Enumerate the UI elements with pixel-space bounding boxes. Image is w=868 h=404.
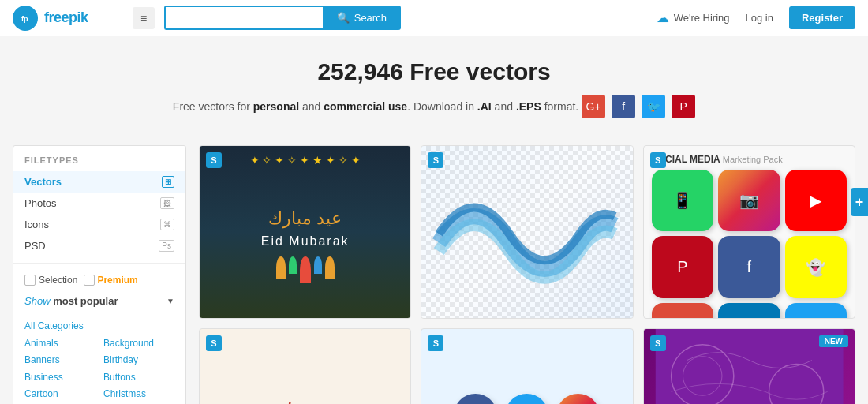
filetype-photos[interactable]: Photos 🖼 bbox=[13, 193, 185, 214]
premium-checkbox-label[interactable]: Premium bbox=[84, 275, 137, 286]
grid-item-social[interactable]: S SOCIAL MEDIA Marketing Pack 📱 📷 ▶ P f … bbox=[643, 145, 855, 319]
expand-sidebar-button[interactable]: + bbox=[851, 188, 868, 216]
hiring-link[interactable]: ☁ We're Hiring bbox=[657, 10, 730, 25]
most-popular-label: most popular bbox=[53, 295, 118, 307]
linkedin-app-icon: in bbox=[718, 303, 780, 319]
mosque-row bbox=[276, 256, 335, 283]
mosque-2 bbox=[289, 256, 297, 274]
selection-checkbox-label[interactable]: Selection bbox=[24, 275, 77, 286]
cat-banners[interactable]: Banners bbox=[24, 352, 95, 369]
grid-item-wave[interactable]: S bbox=[421, 145, 633, 319]
categories-left-col: Animals Banners Business Cartoon Design … bbox=[24, 335, 95, 404]
social-apps-grid: 📱 📷 ▶ P f 👻 G+ in 🐦 bbox=[652, 170, 847, 319]
hero-social-icons: G+ f 🐦 P bbox=[582, 95, 695, 118]
social-card-inner: SOCIAL MEDIA Marketing Pack 📱 📷 ▶ P f 👻 … bbox=[644, 146, 855, 318]
mosque-3 bbox=[300, 256, 311, 283]
filetype-vectors[interactable]: Vectors ⊞ bbox=[13, 171, 185, 193]
icons-icon: ⌘ bbox=[160, 219, 174, 230]
vectors-label: Vectors bbox=[24, 176, 62, 188]
grid-item-fbsocial[interactable]: S f 🐦 📷 bbox=[421, 328, 633, 404]
eid-content: عيد مبارك Eid Mubarak bbox=[261, 205, 350, 249]
snapchat-app-icon: 👻 bbox=[785, 236, 847, 297]
categories-right-col: Background Birthday Buttons Christmas Ea… bbox=[103, 335, 174, 404]
mosque-1 bbox=[276, 256, 286, 279]
search-button-label: Search bbox=[354, 12, 387, 24]
new-badge: NEW bbox=[819, 335, 848, 347]
login-button[interactable]: Log in bbox=[739, 9, 780, 27]
premium-label: Premium bbox=[97, 275, 137, 286]
search-icon: 🔍 bbox=[337, 12, 350, 24]
search-input[interactable] bbox=[164, 6, 323, 30]
categories-grid: Animals Banners Business Cartoon Design … bbox=[24, 335, 174, 404]
hero-eps: .EPS bbox=[516, 100, 541, 113]
search-bar: 🔍 Search bbox=[164, 6, 401, 30]
s-badge-eid: S bbox=[206, 152, 222, 168]
category-all[interactable]: All Categories bbox=[24, 318, 174, 335]
selection-checkbox[interactable] bbox=[24, 275, 36, 286]
instagram-big-icon: 📷 bbox=[556, 394, 600, 405]
cat-animals[interactable]: Animals bbox=[24, 335, 95, 353]
photos-label: Photos bbox=[24, 197, 56, 209]
grid-item-eid[interactable]: S ✦ ✧ ✦ ✧ ✦ ★ ✦ ✧ ✦ عيد مبارك Eid Mubara… bbox=[199, 145, 411, 319]
cat-business[interactable]: Business bbox=[24, 369, 95, 387]
cat-christmas[interactable]: Christmas bbox=[103, 386, 174, 403]
eid-arabic-text: عيد مبارك bbox=[261, 205, 350, 231]
love-text-area: Love Married bbox=[285, 397, 325, 404]
categories-section: All Categories Animals Banners Business … bbox=[13, 312, 185, 404]
hero-section: 252,946 Free vectors Free vectors for pe… bbox=[0, 36, 868, 145]
hero-personal: personal bbox=[253, 100, 299, 113]
facebook-big-icon: f bbox=[454, 394, 497, 405]
google-plus-icon[interactable]: G+ bbox=[582, 95, 605, 118]
premium-checkbox[interactable] bbox=[84, 275, 95, 286]
filetype-psd[interactable]: PSD Ps bbox=[13, 235, 185, 256]
search-button[interactable]: 🔍 Search bbox=[323, 6, 401, 30]
s-badge-love: S bbox=[206, 335, 222, 351]
facebook-icon[interactable]: f bbox=[612, 95, 635, 118]
logo-icon: fp bbox=[13, 6, 38, 31]
s-badge-fbsocial: S bbox=[428, 335, 443, 351]
gplus-app-icon: G+ bbox=[652, 303, 713, 319]
cat-cartoon[interactable]: Cartoon bbox=[24, 386, 95, 403]
selection-label: Selection bbox=[39, 275, 77, 286]
pinterest-app-icon: P bbox=[652, 236, 713, 297]
s-badge-purple: S bbox=[650, 335, 666, 351]
show-label: Show bbox=[24, 295, 51, 307]
hiring-label: We're Hiring bbox=[674, 12, 730, 24]
mosque-5 bbox=[325, 256, 335, 279]
cat-birthday[interactable]: Birthday bbox=[103, 352, 174, 369]
menu-button[interactable]: ≡ bbox=[133, 7, 155, 29]
sidebar-divider bbox=[13, 263, 185, 264]
cat-background[interactable]: Background bbox=[103, 335, 174, 353]
love-text: Love bbox=[285, 397, 325, 404]
show-popular-dropdown[interactable]: Show most popular ▼ bbox=[13, 290, 185, 312]
twitter-icon[interactable]: 🐦 bbox=[642, 95, 665, 118]
grid-item-purple[interactable]: S NEW bbox=[643, 328, 855, 404]
psd-label: PSD bbox=[24, 240, 46, 252]
register-button[interactable]: Register bbox=[789, 6, 855, 29]
youtube-app-icon: ▶ bbox=[785, 170, 847, 231]
content-grid: S ✦ ✧ ✦ ✧ ✦ ★ ✦ ✧ ✦ عيد مبارك Eid Mubara… bbox=[199, 145, 855, 404]
grid-item-love[interactable]: S Love Married 🌸 bbox=[199, 328, 411, 404]
whatsapp-app-icon: 📱 bbox=[652, 170, 713, 231]
cloud-icon: ☁ bbox=[657, 10, 669, 25]
eid-stars: ✦ ✧ ✦ ✧ ✦ ★ ✦ ✧ ✦ bbox=[200, 154, 410, 166]
hero-ai: .AI bbox=[477, 100, 492, 113]
show-popular-text: Show most popular bbox=[24, 295, 118, 307]
cat-buttons[interactable]: Buttons bbox=[103, 369, 174, 387]
facebook-app-icon: f bbox=[718, 236, 780, 297]
logo-area: fp freepik bbox=[13, 6, 123, 31]
pinterest-icon[interactable]: P bbox=[672, 95, 695, 118]
photos-icon: 🖼 bbox=[160, 197, 174, 209]
vectors-icon: ⊞ bbox=[162, 176, 174, 188]
wave-card-inner bbox=[421, 146, 632, 318]
filetypes-header: FILETYPES bbox=[13, 155, 185, 171]
instagram-app-icon: 📷 bbox=[718, 170, 780, 231]
love-card-inner: Love Married 🌸 bbox=[200, 329, 410, 404]
social-pack-title: SOCIAL MEDIA Marketing Pack bbox=[652, 154, 847, 165]
hero-title: 252,946 Free vectors bbox=[16, 58, 852, 85]
wave-svg bbox=[421, 146, 632, 318]
s-badge-social: S bbox=[650, 152, 666, 168]
twitter-app-icon: 🐦 bbox=[785, 303, 847, 319]
hero-commercial: commercial use bbox=[324, 100, 407, 113]
filetype-icons[interactable]: Icons ⌘ bbox=[13, 214, 185, 235]
